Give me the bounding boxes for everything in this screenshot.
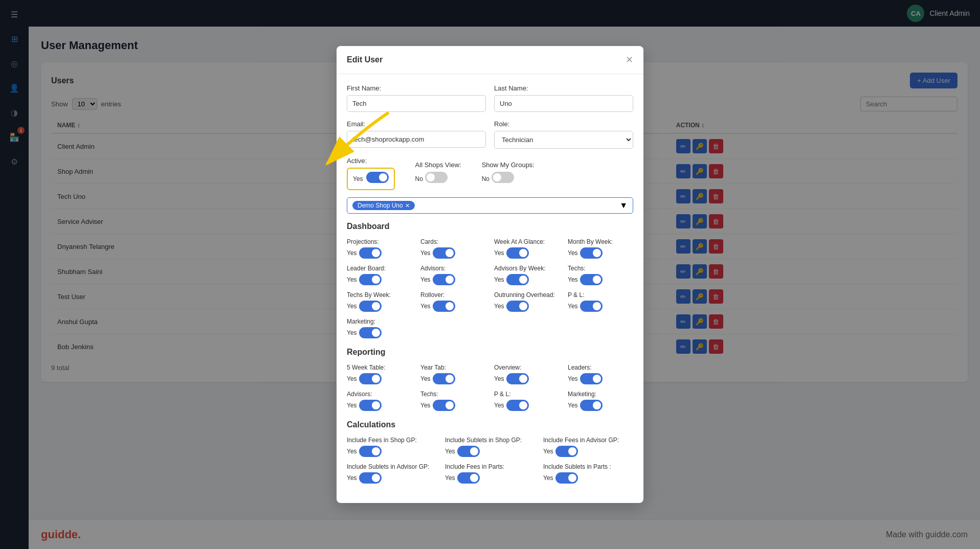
perm-label: Marketing: bbox=[347, 318, 412, 325]
first-name-field[interactable] bbox=[347, 95, 486, 112]
perm-item: Month By Week: Yes bbox=[568, 238, 633, 259]
perm-toggle[interactable] bbox=[506, 373, 529, 384]
perm-toggle[interactable] bbox=[580, 247, 603, 259]
perm-yes-text: Yes bbox=[347, 276, 357, 283]
my-groups-label: Show My Groups: bbox=[482, 161, 534, 169]
last-name-field[interactable] bbox=[494, 95, 633, 112]
perm-label: Year Tab: bbox=[420, 364, 486, 371]
perm-toggle[interactable] bbox=[580, 274, 603, 285]
shop-tag-remove[interactable]: ✕ bbox=[405, 202, 410, 209]
perm-item: Rollover: Yes bbox=[420, 291, 486, 312]
active-toggle[interactable] bbox=[366, 172, 389, 183]
perm-toggle[interactable] bbox=[555, 446, 578, 457]
modal-overlay[interactable]: Edit User ✕ First Name: Last Name: Email… bbox=[0, 0, 980, 549]
perm-toggle-row: Yes bbox=[445, 446, 535, 457]
role-select[interactable]: Technician Admin Shop Admin Service Advi… bbox=[494, 131, 633, 149]
perm-yes-text: Yes bbox=[568, 276, 578, 283]
my-groups-toggle-row: No bbox=[482, 172, 534, 186]
perm-yes-text: Yes bbox=[420, 402, 431, 409]
perm-slider bbox=[506, 400, 529, 411]
perm-toggle[interactable] bbox=[359, 247, 382, 259]
name-row: First Name: Last Name: bbox=[347, 84, 633, 112]
perm-label: Projections: bbox=[347, 238, 412, 245]
all-shops-toggle[interactable] bbox=[425, 172, 448, 183]
email-field[interactable] bbox=[347, 131, 486, 148]
perm-slider bbox=[580, 301, 603, 312]
shop-tag: Demo Shop Uno ✕ bbox=[352, 201, 415, 210]
all-shops-slider bbox=[425, 172, 448, 183]
perm-item: Include Fees in Advisor GP: Yes bbox=[543, 437, 633, 457]
perm-label: Leader Board: bbox=[347, 265, 412, 272]
perm-toggle[interactable] bbox=[433, 274, 455, 285]
role-label: Role: bbox=[494, 120, 633, 128]
perm-yes-text: Yes bbox=[347, 402, 357, 409]
perm-toggle[interactable] bbox=[433, 301, 455, 312]
perm-item: 5 Week Table: Yes bbox=[347, 364, 412, 384]
perm-slider bbox=[506, 373, 529, 384]
perm-toggle[interactable] bbox=[580, 373, 603, 384]
perm-item: Outrunning Overhead: Yes bbox=[494, 291, 560, 312]
perm-toggle[interactable] bbox=[506, 301, 529, 312]
perm-label: Rollover: bbox=[420, 291, 486, 299]
email-role-row: Email: Role: Technician Admin Shop Admin… bbox=[347, 120, 633, 149]
perm-slider bbox=[457, 446, 480, 457]
email-group: Email: bbox=[347, 120, 486, 149]
perm-toggle-row: Yes bbox=[347, 446, 437, 457]
perm-toggle[interactable] bbox=[359, 446, 382, 457]
perm-yes-text: Yes bbox=[420, 276, 431, 283]
perm-toggle[interactable] bbox=[457, 446, 480, 457]
perm-toggle[interactable] bbox=[555, 472, 578, 484]
perm-label: Include Sublets in Advisor GP: bbox=[347, 463, 437, 470]
perm-item: Advisors: Yes bbox=[347, 391, 412, 411]
perm-toggle[interactable] bbox=[506, 400, 529, 411]
perm-slider bbox=[580, 373, 603, 384]
perm-label: Include Sublets in Parts : bbox=[543, 463, 633, 470]
all-shops-toggle-row: No bbox=[415, 172, 461, 186]
perm-slider bbox=[555, 446, 578, 457]
perm-yes-text: Yes bbox=[347, 329, 357, 336]
shop-tag-label: Demo Shop Uno bbox=[358, 202, 403, 209]
perm-toggle-row: Yes bbox=[494, 373, 560, 384]
perm-toggle[interactable] bbox=[580, 400, 603, 411]
perm-label: Cards: bbox=[420, 238, 486, 245]
perm-toggle[interactable] bbox=[359, 301, 382, 312]
perm-toggle-row: Yes bbox=[494, 400, 560, 411]
perm-toggle[interactable] bbox=[359, 327, 382, 338]
perm-toggle[interactable] bbox=[359, 400, 382, 411]
dashboard-permissions: Projections: Yes Cards: Yes bbox=[347, 238, 633, 338]
my-groups-no-text: No bbox=[482, 175, 489, 182]
perm-toggle-row: Yes bbox=[445, 472, 535, 484]
shops-dropdown-icon[interactable]: ▼ bbox=[619, 201, 628, 210]
role-group: Role: Technician Admin Shop Admin Servic… bbox=[494, 120, 633, 149]
perm-item: Include Fees in Parts: Yes bbox=[445, 463, 535, 484]
perm-toggle-row: Yes bbox=[568, 247, 633, 259]
perm-yes-text: Yes bbox=[568, 249, 578, 257]
perm-yes-text: Yes bbox=[420, 249, 431, 257]
shops-field[interactable]: Demo Shop Uno ✕ ▼ bbox=[347, 197, 633, 214]
perm-toggle[interactable] bbox=[580, 301, 603, 312]
modal-close-button[interactable]: ✕ bbox=[626, 54, 633, 65]
toggle-row: Active: Yes All Shops View: No bbox=[347, 157, 633, 190]
perm-item: Week At A Glance: Yes bbox=[494, 238, 560, 259]
perm-toggle[interactable] bbox=[359, 472, 382, 484]
perm-item: Leader Board: Yes bbox=[347, 265, 412, 285]
perm-toggle[interactable] bbox=[359, 274, 382, 285]
perm-slider bbox=[433, 274, 455, 285]
perm-label: Include Sublets in Shop GP: bbox=[445, 437, 535, 444]
my-groups-toggle[interactable] bbox=[492, 172, 514, 183]
modal-header: Edit User ✕ bbox=[337, 46, 643, 74]
perm-toggle[interactable] bbox=[433, 373, 455, 384]
perm-toggle[interactable] bbox=[506, 274, 529, 285]
modal-body: First Name: Last Name: Email: Role: Te bbox=[337, 74, 643, 503]
perm-toggle[interactable] bbox=[433, 400, 455, 411]
perm-toggle[interactable] bbox=[457, 472, 480, 484]
active-group: Active: Yes bbox=[347, 157, 395, 190]
perm-slider bbox=[506, 247, 529, 259]
perm-toggle-row: Yes bbox=[347, 472, 437, 484]
perm-toggle[interactable] bbox=[506, 247, 529, 259]
perm-toggle[interactable] bbox=[359, 373, 382, 384]
perm-toggle[interactable] bbox=[433, 247, 455, 259]
all-shops-no-text: No bbox=[415, 175, 423, 182]
perm-slider bbox=[580, 247, 603, 259]
shop-tags: Demo Shop Uno ✕ bbox=[352, 201, 415, 210]
